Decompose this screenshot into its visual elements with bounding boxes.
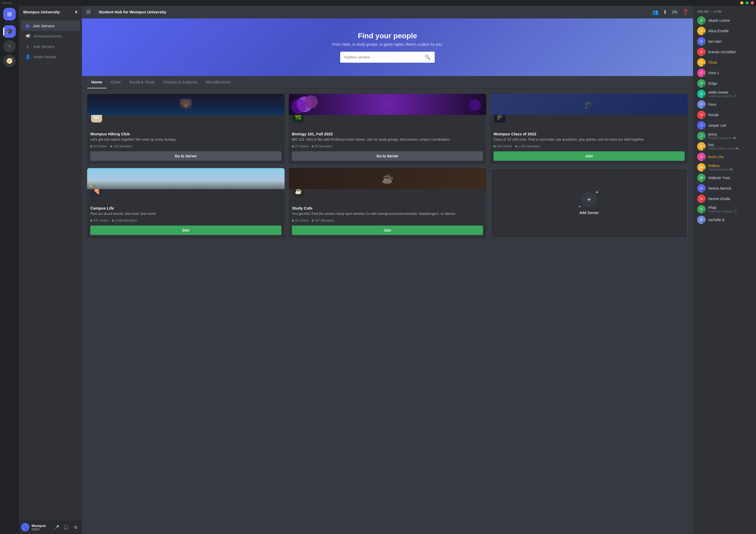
sidebar-item-add-servers[interactable]: ＋ Add Servers: [21, 41, 80, 52]
server-header[interactable]: Wumpus University ∨: [19, 6, 82, 18]
member-name-rachelled: rachelle d.: [708, 218, 752, 222]
member-info-eddie: eddie beetie Listening to Spotify 🎵: [708, 90, 752, 98]
sidebar-item-announcements[interactable]: 📢 Announcements: [21, 32, 80, 41]
server-icon-wumpus-university[interactable]: 🎓: [3, 25, 16, 38]
hub-icon: 🏛: [86, 9, 91, 15]
status-dot-di3go: [703, 85, 706, 88]
member-benben[interactable]: B ben ben: [695, 36, 754, 47]
status-dot-jenny: [703, 138, 706, 140]
user-avatar: 🐾: [21, 523, 29, 531]
member-activity-jenny: Playing Fishington 🎮: [708, 137, 752, 140]
search-bar[interactable]: 🔍: [340, 52, 435, 63]
announcements-label: Announcements: [34, 34, 62, 38]
server-icon-home[interactable]: ⊞: [3, 8, 16, 20]
tab-home[interactable]: Home: [87, 76, 107, 89]
status-dot-akash: [703, 22, 706, 25]
help-button[interactable]: ❓: [682, 9, 689, 15]
tab-social-study[interactable]: Social & Study: [125, 76, 159, 89]
card-bio-101[interactable]: 🌿 Biology 101, Fall 2022 BIO 101: Intro …: [289, 94, 486, 164]
join-button-campus[interactable]: Join: [90, 226, 282, 235]
member-rachelled[interactable]: R rachelle d.: [695, 215, 754, 225]
card-study-cafe[interactable]: ☕ ☕ Study Cafe You got this! Find the pe…: [289, 168, 486, 238]
banner-title: Find your people: [358, 32, 417, 40]
close-btn[interactable]: ×: [751, 1, 754, 5]
active-pill: [3, 26, 4, 37]
member-info-nermit: Nermit Ghafa: [708, 197, 752, 201]
nitro-button[interactable]: 🎮: [671, 9, 678, 15]
maximize-btn[interactable]: □: [745, 1, 749, 5]
card-campus-life[interactable]: 🏫🌳 🍕 Campus Life Find out about events, …: [87, 168, 284, 238]
member-kaz[interactable]: K kaz Playing Witch Game 🎮: [695, 141, 754, 152]
member-activity-kaz: Playing Witch Game 🎮: [708, 147, 752, 150]
member-info-jenny: jenny Playing Fishington 🎮: [708, 132, 752, 140]
member-info-alina: Alina Emelle: [708, 29, 752, 33]
member-nermit[interactable]: N Nermit Ghafa: [695, 193, 754, 204]
tab-misc[interactable]: Miscellaneous: [201, 76, 235, 89]
member-name-mallow: Mallow: [708, 164, 752, 168]
member-di3go[interactable]: D di3go: [695, 78, 754, 89]
friends-button[interactable]: 👥: [652, 9, 659, 15]
member-alina[interactable]: A Alina Emelle: [695, 26, 754, 36]
hub-tabs: Home Clubs Social & Study Classes & Subj…: [82, 76, 693, 89]
member-phibi[interactable]: P Phibi Listening to Spotify 🎵: [695, 204, 754, 215]
card-desc-study: You got this! Find the perfect study spo…: [292, 212, 483, 216]
search-input[interactable]: [344, 55, 423, 59]
status-dot-kevinchu: [703, 158, 706, 161]
banner-subtitle: From clubs, to study groups, to game nig…: [332, 42, 443, 46]
status-dot-face: [703, 106, 706, 109]
card-add-server[interactable]: + ✦ ✦ × Add Server: [490, 168, 688, 238]
member-brando[interactable]: B brando mcclellan: [695, 47, 754, 57]
sidebar-item-join-servers[interactable]: ◉ Join Servers: [21, 20, 80, 31]
goto-button-hiking[interactable]: Go to Server: [90, 151, 282, 161]
member-jenny[interactable]: J jenny Playing Fishington 🎮: [695, 131, 754, 141]
status-dot-nermit: [703, 200, 706, 203]
status-dot-brando: [703, 54, 706, 56]
member-name-jaspar: Jaspar Lee: [708, 123, 752, 127]
server-icon-explore[interactable]: 🧭: [3, 55, 16, 67]
member-akash[interactable]: A Akash Leone: [695, 15, 754, 26]
member-mallow[interactable]: M Mallow Playing Journey 🎮: [695, 162, 754, 173]
settings-button[interactable]: ⚙: [71, 523, 80, 531]
member-chad[interactable]: C Chad: [695, 57, 754, 68]
cards-grid: 🌄 🏔 Wumpus Hiking Club Let's get into na…: [82, 89, 693, 243]
server-icon-add[interactable]: +: [3, 40, 16, 52]
download-button[interactable]: ⬇: [663, 9, 667, 15]
card-banner-hiking: 🌄: [87, 94, 284, 115]
member-name-brando: brando mcclellan: [708, 50, 752, 54]
member-info-phibi: Phibi Listening to Spotify 🎵: [708, 206, 752, 213]
status-dot-eddie: [703, 95, 706, 98]
member-avatar-kaz: K: [697, 142, 706, 151]
status-dot-chad: [703, 64, 706, 66]
join-button-class[interactable]: Join: [494, 151, 685, 161]
member-hoods[interactable]: H Hoods: [695, 110, 754, 120]
status-dot-kaz: [703, 148, 706, 151]
member-eddie[interactable]: E eddie beetie Listening to Spotify 🎵: [695, 89, 754, 99]
card-hiking-club[interactable]: 🌄 🏔 Wumpus Hiking Club Let's get into na…: [87, 94, 284, 164]
plus-icon: +: [587, 195, 591, 204]
invite-people-icon: 👤: [25, 54, 30, 59]
status-dot-neena: [703, 190, 706, 192]
join-button-study[interactable]: Join: [292, 226, 483, 235]
members-panel: ONLINE — 2,784 A Akash Leone A Alina Eme…: [693, 6, 756, 534]
deafen-button[interactable]: 🎧: [62, 523, 70, 531]
member-face[interactable]: F Face: [695, 99, 754, 110]
member-jaspar[interactable]: J Jaspar Lee: [695, 120, 754, 131]
members-header: ONLINE — 2,784: [693, 6, 756, 15]
tab-clubs[interactable]: Clubs: [107, 76, 125, 89]
goto-button-bio[interactable]: Go to Server: [292, 151, 483, 161]
card-name-campus: Campus Life: [90, 206, 282, 210]
member-neena[interactable]: N Neena Nenick: [695, 183, 754, 193]
sidebar-item-invite-people[interactable]: 👤 Invite People: [21, 52, 80, 62]
card-stats-class: 542 Online 1,003 Members: [494, 144, 685, 148]
member-chrisc[interactable]: C chris c.: [695, 68, 754, 78]
member-avatar-chad: C: [697, 58, 706, 66]
card-class-2022[interactable]: 🎓 🎓 Wumpus Class of 2022 Class of '22 ch…: [490, 94, 688, 164]
member-mallorie[interactable]: M Mallorie Yves: [695, 173, 754, 183]
tab-classes[interactable]: Classes & Subjects: [159, 76, 201, 89]
member-kevinchu[interactable]: K kevin chu: [695, 152, 754, 162]
member-avatar-akash: A: [697, 16, 706, 25]
member-avatar-rachelled: R: [697, 216, 706, 224]
mute-button[interactable]: 🎤: [52, 523, 61, 531]
minimize-btn[interactable]: −: [740, 1, 743, 5]
main-content: 🏛 Student Hub for Wumpus University 👥 ⬇ …: [82, 6, 693, 534]
